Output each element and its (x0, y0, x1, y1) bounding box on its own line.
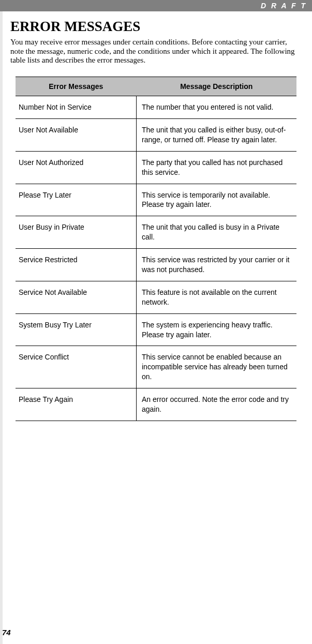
cell-description: This service was restricted by your carr… (136, 249, 296, 281)
cell-description: This feature is not available on the cur… (136, 281, 296, 313)
cell-error-message: User Not Authorized (16, 151, 136, 184)
cell-description: This service is temporarily not availabl… (136, 184, 296, 216)
table-row: Service Conflict This service cannot be … (16, 346, 296, 388)
cell-error-message: Service Conflict (16, 346, 136, 388)
header-message-description: Message Description (136, 77, 296, 96)
page-title: ERROR MESSAGES (10, 19, 302, 35)
cell-error-message: Please Try Later (16, 184, 136, 216)
cell-description: The number that you entered is not valid… (136, 96, 296, 119)
draft-watermark: D R A F T (261, 2, 307, 10)
cell-error-message: Service Not Available (16, 281, 136, 313)
table-row: System Busy Try Later The system is expe… (16, 313, 296, 346)
table-row: Please Try Later This service is tempora… (16, 184, 296, 216)
cell-description: The unit that you called is either busy,… (136, 118, 296, 151)
cell-description: The party that you called has not purcha… (136, 151, 296, 184)
table-row: Number Not in Service The number that yo… (16, 96, 296, 119)
table-row: User Not Authorized The party that you c… (16, 151, 296, 184)
error-messages-table: Error Messages Message Description Numbe… (16, 77, 296, 421)
cell-error-message: System Busy Try Later (16, 313, 136, 346)
cell-error-message: Please Try Again (16, 388, 136, 421)
cell-description: The system is experiencing heavy traffic… (136, 313, 296, 346)
cell-error-message: Service Restricted (16, 249, 136, 281)
header-bar: D R A F T (0, 0, 312, 11)
cell-error-message: User Busy in Private (16, 216, 136, 249)
page-content: ERROR MESSAGES You may receive error mes… (0, 11, 312, 421)
cell-description: The unit that you called is busy in a Pr… (136, 216, 296, 249)
cell-error-message: Number Not in Service (16, 96, 136, 119)
page-number: 74 (2, 628, 11, 637)
cell-description: An error occurred. Note the error code a… (136, 388, 296, 421)
table-row: User Busy in Private The unit that you c… (16, 216, 296, 249)
table-wrapper: Error Messages Message Description Numbe… (10, 77, 302, 421)
table-row: Service Not Available This feature is no… (16, 281, 296, 313)
cell-error-message: User Not Available (16, 118, 136, 151)
table-row: Service Restricted This service was rest… (16, 249, 296, 281)
header-error-messages: Error Messages (16, 77, 136, 96)
cell-description: This service cannot be enabled because a… (136, 346, 296, 388)
table-row: User Not Available The unit that you cal… (16, 118, 296, 151)
table-header-row: Error Messages Message Description (16, 77, 296, 96)
table-row: Please Try Again An error occurred. Note… (16, 388, 296, 421)
page-left-edge (0, 11, 3, 644)
intro-paragraph: You may receive error messages under cer… (10, 38, 302, 65)
